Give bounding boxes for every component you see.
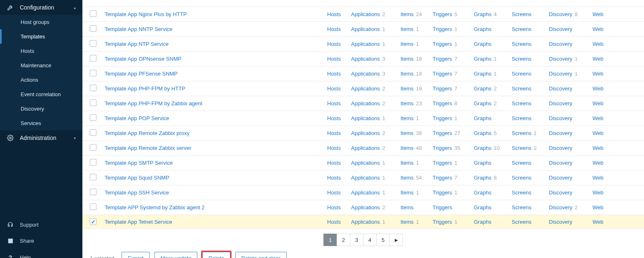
discovery-link[interactable]: Discovery [549,130,572,136]
graphs-link[interactable]: Graphs [474,11,492,17]
template-name-link[interactable]: Template App Nginx Plus by HTTP [105,11,187,17]
items-link[interactable]: Items [400,175,414,181]
triggers-link[interactable]: Triggers [433,85,452,92]
graphs-link[interactable]: Graphs [474,189,492,196]
applications-link[interactable]: Applications [351,204,380,211]
row-checkbox[interactable] [90,10,96,17]
discovery-link[interactable]: Discovery [549,219,572,225]
graphs-link[interactable]: Graphs [474,56,492,62]
graphs-link[interactable]: Graphs [474,130,492,136]
template-name-link[interactable]: Template App NNTP Service [105,26,173,32]
screens-link[interactable]: Screens [512,115,532,121]
discovery-link[interactable]: Discovery [549,145,572,151]
applications-link[interactable]: Applications [351,175,380,181]
row-checkbox[interactable] [90,159,96,166]
graphs-link[interactable]: Graphs [474,204,492,211]
hosts-link[interactable]: Hosts [327,71,341,77]
graphs-link[interactable]: Graphs [474,115,492,121]
screens-link[interactable]: Screens [512,160,532,166]
items-link[interactable]: Items [400,85,414,92]
screens-link[interactable]: Screens [512,85,532,92]
applications-link[interactable]: Applications [351,11,380,17]
web-link[interactable]: Web [592,160,604,166]
row-checkbox[interactable] [90,70,96,76]
row-checkbox[interactable] [90,25,96,32]
applications-link[interactable]: Applications [351,145,380,151]
web-link[interactable]: Web [592,11,604,17]
row-checkbox[interactable] [90,55,96,62]
graphs-link[interactable]: Graphs [474,219,492,225]
hosts-link[interactable]: Hosts [327,85,341,92]
hosts-link[interactable]: Hosts [327,130,341,136]
row-checkbox[interactable] [90,129,96,136]
row-checkbox[interactable] [90,40,96,47]
page-1[interactable]: 1 [323,234,337,246]
items-link[interactable]: Items [400,160,414,166]
applications-link[interactable]: Applications [351,41,380,47]
screens-link[interactable]: Screens [512,189,532,196]
hosts-link[interactable]: Hosts [327,115,341,121]
sidebar-item-event-correlation[interactable]: Event correlation [0,87,82,102]
triggers-link[interactable]: Triggers [433,204,452,211]
triggers-link[interactable]: Triggers [433,100,452,107]
screens-link[interactable]: Screens [512,41,532,47]
page-4[interactable]: 4 [363,234,377,246]
graphs-link[interactable]: Graphs [474,71,492,77]
footer-link-share[interactable]: Share [0,233,82,249]
graphs-link[interactable]: Graphs [474,26,492,32]
discovery-link[interactable]: Discovery [549,115,572,121]
template-name-link[interactable]: Template App SSH Service [105,189,169,196]
applications-link[interactable]: Applications [351,100,380,107]
template-name-link[interactable]: Template App PFSense SNMP [105,71,178,77]
screens-link[interactable]: Screens [512,130,532,136]
template-name-link[interactable]: Template App POP Service [105,115,169,121]
web-link[interactable]: Web [592,56,604,62]
items-link[interactable]: Items [400,41,414,47]
items-link[interactable]: Items [400,71,414,77]
triggers-link[interactable]: Triggers [433,115,452,121]
hosts-link[interactable]: Hosts [327,145,341,151]
items-link[interactable]: Items [400,56,414,62]
sidebar-item-maintenance[interactable]: Maintenance [0,58,82,73]
web-link[interactable]: Web [592,145,604,151]
sidebar-item-actions[interactable]: Actions [0,73,82,87]
discovery-link[interactable]: Discovery [549,41,572,47]
web-link[interactable]: Web [592,41,604,47]
triggers-link[interactable]: Triggers [433,56,452,62]
discovery-link[interactable]: Discovery [549,204,572,211]
hosts-link[interactable]: Hosts [327,175,341,181]
items-link[interactable]: Items [400,204,414,211]
triggers-link[interactable]: Triggers [433,41,452,47]
discovery-link[interactable]: Discovery [549,71,572,77]
triggers-link[interactable]: Triggers [433,26,452,32]
discovery-link[interactable]: Discovery [549,26,572,32]
row-checkbox[interactable] [90,85,96,91]
applications-link[interactable]: Applications [351,219,380,225]
triggers-link[interactable]: Triggers [433,219,452,225]
triggers-link[interactable]: Triggers [433,189,452,196]
sidebar-item-services[interactable]: Services [0,116,82,130]
footer-link-support[interactable]: Support [0,216,82,233]
graphs-link[interactable]: Graphs [474,41,492,47]
screens-link[interactable]: Screens [512,11,532,17]
nav-section-configuration[interactable]: Configuration ▴ [0,0,82,15]
graphs-link[interactable]: Graphs [474,160,492,166]
row-checkbox[interactable] [90,189,96,195]
items-link[interactable]: Items [400,219,414,225]
discovery-link[interactable]: Discovery [549,100,572,107]
hosts-link[interactable]: Hosts [327,204,341,211]
page-3[interactable]: 3 [350,234,363,246]
web-link[interactable]: Web [592,189,604,196]
hosts-link[interactable]: Hosts [327,219,341,225]
sidebar-item-templates[interactable]: Templates [0,29,82,44]
discovery-link[interactable]: Discovery [549,85,572,92]
triggers-link[interactable]: Triggers [433,130,452,136]
template-name-link[interactable]: Template App SMTP Service [105,160,173,166]
screens-link[interactable]: Screens [512,219,532,225]
applications-link[interactable]: Applications [351,85,380,92]
items-link[interactable]: Items [400,189,414,196]
hosts-link[interactable]: Hosts [327,26,341,32]
sidebar-item-host-groups[interactable]: Host groups [0,15,82,29]
page-2[interactable]: 2 [337,234,350,246]
sidebar-item-hosts[interactable]: Hosts [0,44,82,58]
